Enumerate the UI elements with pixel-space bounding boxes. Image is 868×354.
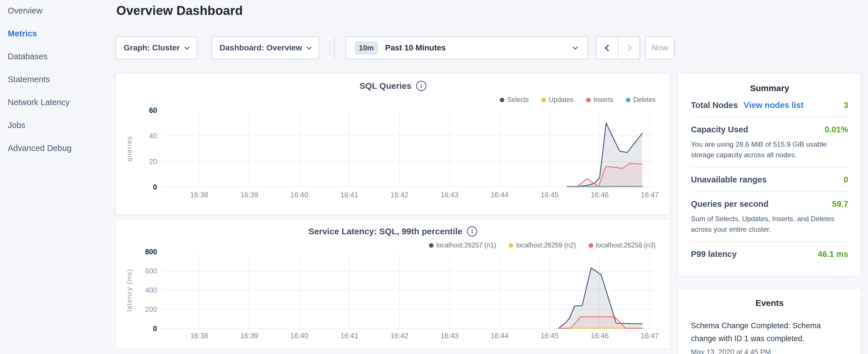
summary-row-p99: P99 latency 46.1 ms	[691, 242, 848, 266]
summary-panel: Summary Total Nodes View nodes list 3 Ca…	[677, 73, 862, 277]
svg-text:16:38: 16:38	[190, 191, 208, 199]
svg-text:16:45: 16:45	[541, 332, 559, 340]
svg-text:200: 200	[145, 305, 157, 313]
svg-text:16:44: 16:44	[491, 191, 509, 199]
svg-text:16:46: 16:46	[591, 191, 609, 199]
svg-text:16:42: 16:42	[391, 191, 409, 199]
graph-dropdown[interactable]: Graph: Cluster	[115, 36, 197, 59]
svg-text:20: 20	[149, 158, 157, 165]
chevron-down-icon	[306, 44, 311, 50]
time-range-label: Past 10 Minutes	[385, 43, 568, 53]
svg-text:16:46: 16:46	[591, 332, 609, 340]
sql-queries-chart-plot[interactable]: 16:3816:3916:4016:4116:4216:4316:4416:45…	[116, 74, 670, 215]
sidebar-item-advanced-debug[interactable]: Advanced Debug	[8, 142, 111, 154]
svg-text:16:41: 16:41	[340, 191, 359, 199]
unavailable-ranges-value: 0	[844, 175, 848, 185]
time-range-dropdown[interactable]: 10m Past 10 Minutes	[346, 36, 588, 59]
event-item-timestamp: May 13, 2020 at 4:45 PM	[691, 348, 848, 354]
svg-text:40: 40	[149, 132, 157, 140]
svg-text:16:39: 16:39	[240, 332, 258, 340]
summary-row-capacity: Capacity Used 0.01% You are using 28.6 M…	[691, 117, 848, 167]
svg-text:16:42: 16:42	[391, 332, 409, 340]
svg-text:16:47: 16:47	[641, 332, 659, 340]
next-range-button[interactable]	[618, 37, 640, 59]
svg-text:16:40: 16:40	[290, 332, 308, 340]
qps-label: Queries per second	[691, 199, 769, 209]
db-console-metrics-page: { "colors": { "accent_blue": "#2f73e0", …	[0, 0, 868, 354]
time-range-arrows	[596, 36, 640, 59]
page-title: Overview Dashboard	[116, 3, 243, 18]
qps-value: 59.7	[832, 199, 848, 209]
summary-row-total-nodes: Total Nodes View nodes list 3	[691, 93, 848, 117]
summary-row-qps: Queries per second 59.7 Sum of Selects, …	[691, 191, 848, 242]
summary-title: Summary	[691, 83, 848, 93]
chevron-right-icon	[625, 44, 631, 51]
events-title: Events	[691, 298, 848, 308]
svg-text:16:41: 16:41	[340, 332, 359, 340]
capacity-used-value: 0.01%	[825, 125, 848, 134]
sidebar-item-network-latency[interactable]: Network Latency	[8, 96, 111, 108]
svg-text:16:43: 16:43	[440, 191, 459, 199]
time-range-badge: 10m	[355, 41, 378, 55]
svg-text:400: 400	[145, 286, 157, 294]
sidebar-item-overview[interactable]: Overview	[8, 5, 111, 17]
graph-dropdown-label: Graph: Cluster	[124, 43, 180, 53]
view-nodes-list-link[interactable]: View nodes list	[744, 100, 804, 110]
p99-latency-value: 46.1 ms	[818, 250, 848, 259]
service-latency-chart-card: Service Latency: SQL, 99th percentilei l…	[115, 219, 671, 349]
summary-row-unavailable: Unavailable ranges 0	[691, 167, 848, 191]
sidebar-item-metrics[interactable]: Metrics	[8, 28, 111, 39]
capacity-used-label: Capacity Used	[691, 125, 748, 134]
svg-text:16:45: 16:45	[541, 191, 559, 199]
svg-text:60: 60	[149, 106, 157, 114]
sidebar-item-databases[interactable]: Databases	[8, 51, 111, 62]
svg-text:600: 600	[145, 267, 157, 275]
capacity-used-desc: You are using 28.6 MiB of 515.9 GiB usab…	[691, 139, 848, 160]
chevron-down-icon	[184, 44, 189, 50]
svg-text:16:38: 16:38	[190, 332, 208, 340]
chevron-left-icon	[604, 44, 612, 51]
dashboard-dropdown[interactable]: Dashboard: Overview	[211, 36, 319, 59]
svg-text:latency (ms): latency (ms)	[125, 269, 133, 311]
qps-desc: Sum of Selects, Updates, Inserts, and De…	[691, 213, 848, 234]
chevron-down-icon	[572, 44, 578, 50]
total-nodes-label: Total Nodes	[691, 100, 738, 110]
svg-text:16:39: 16:39	[240, 191, 258, 199]
total-nodes-value: 3	[844, 100, 848, 110]
svg-text:0: 0	[153, 183, 157, 191]
p99-latency-label: P99 latency	[691, 250, 737, 259]
events-panel: Events Schema Change Completed: Schema c…	[677, 288, 862, 354]
sidebar-item-statements[interactable]: Statements	[8, 73, 111, 85]
svg-text:0: 0	[153, 324, 157, 332]
svg-text:queries: queries	[125, 136, 133, 161]
sql-queries-chart-card: SQL Queriesi Selects Updates Inserts Del…	[115, 73, 671, 215]
sidebar-item-jobs[interactable]: Jobs	[8, 119, 111, 131]
unavailable-ranges-label: Unavailable ranges	[691, 175, 767, 185]
now-button[interactable]: Now	[645, 36, 675, 59]
service-latency-chart-plot[interactable]: 16:3816:3916:4016:4116:4216:4316:4416:45…	[116, 219, 670, 349]
dashboard-dropdown-label: Dashboard: Overview	[219, 43, 302, 53]
controls-divider	[334, 36, 335, 59]
svg-text:16:43: 16:43	[440, 332, 459, 340]
sidebar-nav: Overview Metrics Databases Statements Ne…	[8, 5, 111, 165]
prev-range-button[interactable]	[597, 37, 618, 59]
svg-text:16:44: 16:44	[491, 332, 509, 340]
svg-text:800: 800	[145, 248, 157, 256]
svg-text:16:47: 16:47	[641, 191, 659, 199]
event-item-text[interactable]: Schema Change Completed: Schema change w…	[691, 319, 823, 345]
svg-text:16:40: 16:40	[290, 191, 308, 199]
